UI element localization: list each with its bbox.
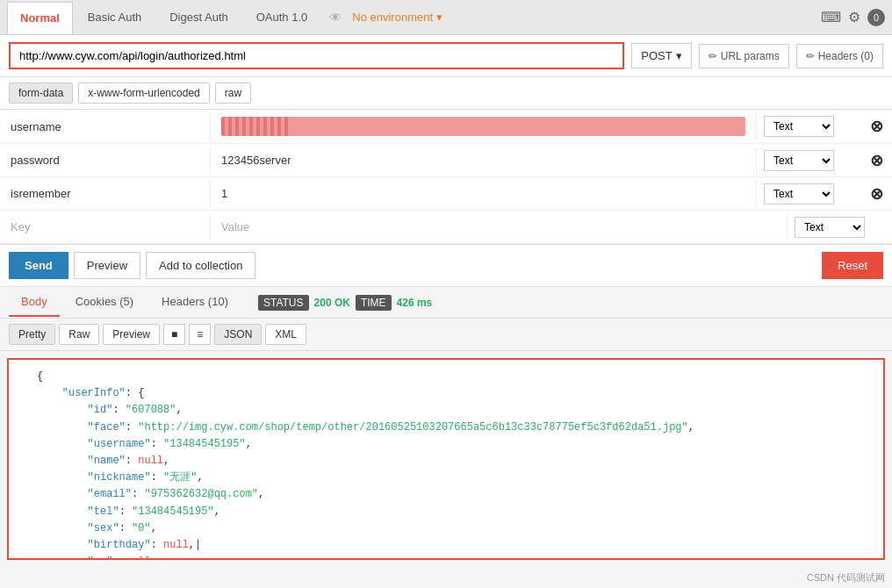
param-delete-isremember[interactable]: ⊗ bbox=[861, 184, 892, 204]
param-type-select-password[interactable]: Text File bbox=[764, 150, 834, 171]
json-line-4: "face": "http://img.cyw.com/shop/temp/ot… bbox=[37, 419, 874, 436]
param-value-username[interactable] bbox=[221, 117, 745, 136]
json-line-1: { bbox=[37, 369, 874, 385]
environment-selector[interactable]: No environment ▾ bbox=[352, 11, 442, 24]
format-json[interactable]: JSON bbox=[214, 324, 262, 345]
response-tab-cookies[interactable]: Cookies (5) bbox=[63, 288, 146, 317]
reset-button[interactable]: Reset bbox=[822, 252, 883, 279]
json-line-2: "userInfo": { bbox=[37, 385, 874, 402]
keyboard-icon[interactable]: ⌨ bbox=[821, 9, 841, 25]
body-type-form-data[interactable]: form-data bbox=[9, 82, 73, 104]
param-type-select-empty[interactable]: Text File bbox=[795, 217, 865, 238]
url-params-button[interactable]: ✏ URL params bbox=[699, 44, 789, 68]
body-type-tabs: form-data x-www-form-urlencoded raw bbox=[0, 77, 892, 110]
params-section: username Text File ⊗ password 123456serv… bbox=[0, 110, 892, 245]
send-button[interactable]: Send bbox=[9, 252, 68, 279]
param-key-username: username bbox=[0, 113, 211, 140]
json-line-7: "nickname": "无涯", bbox=[37, 470, 874, 486]
headers-button[interactable]: ✏ Headers (0) bbox=[796, 44, 883, 68]
copy-icon[interactable]: ■ bbox=[163, 324, 185, 345]
right-icons: ⌨ ⚙ 0 bbox=[821, 9, 885, 26]
param-value-isremember[interactable]: 1 bbox=[211, 180, 756, 207]
response-tab-body[interactable]: Body bbox=[9, 288, 60, 317]
param-value-password[interactable]: 123456server bbox=[211, 147, 756, 174]
url-input[interactable] bbox=[9, 42, 624, 69]
response-tab-headers[interactable]: Headers (10) bbox=[149, 288, 241, 317]
status-badge: STATUS 200 OK TIME 426 ms bbox=[258, 295, 432, 311]
json-line-6: "name": null, bbox=[37, 453, 874, 470]
param-row-password: password 123456server Text File ⊗ bbox=[0, 144, 892, 177]
param-row-username: username Text File ⊗ bbox=[0, 110, 892, 144]
body-type-urlencoded[interactable]: x-www-form-urlencoded bbox=[78, 82, 209, 104]
param-key-isremember: isremember bbox=[0, 180, 211, 207]
tab-basic-auth[interactable]: Basic Auth bbox=[75, 1, 155, 33]
json-line-11: "birthday": null,| bbox=[37, 537, 874, 554]
param-delete-password[interactable]: ⊗ bbox=[861, 151, 892, 170]
json-content: { "userInfo": { "id": "607088", "face": … bbox=[18, 369, 874, 560]
json-line-12: "qq": null, bbox=[37, 554, 874, 560]
tab-oauth[interactable]: OAuth 1.0 bbox=[243, 1, 321, 33]
preview-button[interactable]: Preview bbox=[74, 252, 140, 279]
param-key-password: password bbox=[0, 147, 211, 174]
json-response: { "userInfo": { "id": "607088", "face": … bbox=[7, 358, 885, 560]
json-line-10: "sex": "0", bbox=[37, 520, 874, 537]
param-row-empty: Key Value Text File bbox=[0, 211, 892, 244]
json-line-8: "email": "975362632@qq.com", bbox=[37, 486, 874, 503]
param-type-select-username[interactable]: Text File bbox=[764, 116, 834, 137]
tab-digest-auth[interactable]: Digest Auth bbox=[156, 1, 241, 33]
param-type-isremember[interactable]: Text File bbox=[756, 180, 861, 208]
notification-badge[interactable]: 0 bbox=[867, 9, 885, 26]
expand-icon[interactable]: ≡ bbox=[189, 324, 211, 345]
param-delete-username[interactable]: ⊗ bbox=[861, 117, 892, 136]
status-value: 200 OK bbox=[314, 297, 350, 309]
tab-normal[interactable]: Normal bbox=[7, 2, 73, 34]
param-type-select-isremember[interactable]: Text File bbox=[764, 183, 834, 204]
json-line-5: "username": "13484545195", bbox=[37, 436, 874, 453]
json-line-3: "id": "607088", bbox=[37, 402, 874, 419]
format-xml[interactable]: XML bbox=[265, 324, 306, 345]
body-type-raw[interactable]: raw bbox=[215, 82, 251, 104]
format-pretty[interactable]: Pretty bbox=[9, 324, 55, 345]
add-collection-button[interactable]: Add to collection bbox=[146, 252, 255, 279]
param-type-password[interactable]: Text File bbox=[756, 147, 861, 175]
json-line-9: "tel": "13484545195", bbox=[37, 504, 874, 520]
method-select[interactable]: POST ▾ bbox=[631, 43, 691, 68]
url-bar: POST ▾ ✏ URL params ✏ Headers (0) bbox=[0, 35, 892, 77]
action-bar: Send Preview Add to collection Reset bbox=[0, 245, 892, 287]
param-key-empty[interactable]: Key bbox=[0, 213, 211, 240]
top-nav: Normal Basic Auth Digest Auth OAuth 1.0 … bbox=[0, 0, 892, 35]
param-type-username[interactable]: Text File bbox=[756, 112, 861, 140]
format-preview[interactable]: Preview bbox=[103, 324, 160, 345]
param-value-empty[interactable]: Value bbox=[211, 213, 787, 240]
status-label: STATUS bbox=[258, 295, 309, 311]
format-bar: Pretty Raw Preview ■ ≡ JSON XML bbox=[0, 319, 892, 351]
param-row-isremember: isremember 1 Text File ⊗ bbox=[0, 177, 892, 211]
time-label: TIME bbox=[356, 295, 392, 311]
response-tabs: Body Cookies (5) Headers (10) STATUS 200… bbox=[0, 287, 892, 319]
settings-icon[interactable]: ⚙ bbox=[848, 9, 860, 25]
eye-icon[interactable]: 👁 bbox=[329, 11, 342, 25]
param-type-empty[interactable]: Text File bbox=[787, 213, 892, 241]
time-value: 426 ms bbox=[397, 297, 433, 309]
format-raw[interactable]: Raw bbox=[59, 324, 99, 345]
